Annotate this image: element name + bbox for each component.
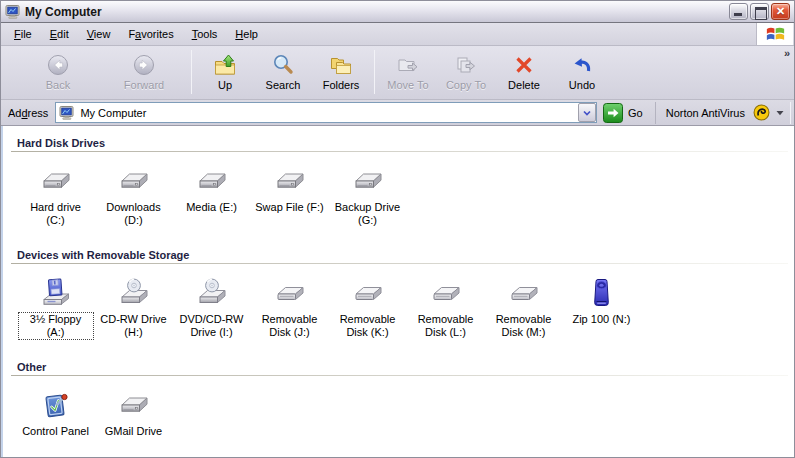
search-icon <box>271 53 295 77</box>
drive-item-downloads-d[interactable]: Downloads (D:) <box>95 165 172 228</box>
toolbar-separator <box>191 50 192 94</box>
drive-item-3-floppy-a[interactable]: 3½ Floppy (A:) <box>17 277 94 340</box>
windows-logo-box <box>756 23 793 45</box>
toolbar-button-up[interactable]: Up <box>196 49 254 95</box>
drive-item-gmail-drive[interactable]: GMail Drive <box>95 389 172 439</box>
norton-antivirus-control[interactable]: Norton AntiVirus <box>655 102 791 124</box>
toolbar: BackForwardUpSearchFoldersMove ToCopy To… <box>1 46 794 100</box>
drive-item-removable-disk-l[interactable]: Removable Disk (L:) <box>407 277 484 340</box>
drive-item-label: Downloads (D:) <box>96 200 172 228</box>
toolbar-button-label: Folders <box>323 79 360 91</box>
drive-item-label: Swap File (F:) <box>252 200 326 215</box>
cd-drive-icon <box>117 277 150 309</box>
undo-icon <box>570 53 594 77</box>
toolbar-button-label: Delete <box>508 79 540 91</box>
menu-item-tools[interactable]: Tools <box>183 24 227 44</box>
drive-item-backup-drive-g[interactable]: Backup Drive (G:) <box>329 165 406 228</box>
drive-item-label: Media (E:) <box>183 200 240 215</box>
folder-view: Hard Disk DrivesHard drive (C:)Downloads… <box>1 126 794 457</box>
toolbar-button-back: Back <box>15 49 101 95</box>
go-button[interactable]: Go <box>603 103 643 123</box>
close-button[interactable] <box>771 3 790 20</box>
norton-icon <box>753 104 770 121</box>
section-title: Other <box>17 361 790 373</box>
removable-disk-icon <box>507 277 540 309</box>
move-to-icon <box>396 53 420 77</box>
drive-item-zip-100-n[interactable]: Zip 100 (N:) <box>563 277 640 327</box>
minimize-button[interactable] <box>729 3 748 20</box>
forward-icon <box>132 53 156 77</box>
drive-item-label: Removable Disk (L:) <box>408 312 484 340</box>
my-computer-icon[interactable] <box>5 4 21 20</box>
up-folder-icon <box>213 53 237 77</box>
toolbar-buttons: BackForwardUpSearchFoldersMove ToCopy To… <box>15 49 611 95</box>
norton-label: Norton AntiVirus <box>666 107 745 119</box>
title-bar[interactable]: My Computer <box>1 1 794 23</box>
drive-item-label: CD-RW Drive (H:) <box>96 312 172 340</box>
items-row: 3½ Floppy (A:)CD-RW Drive (H:)DVD/CD-RW … <box>9 264 790 356</box>
toolbar-button-delete[interactable]: Delete <box>495 49 553 95</box>
back-icon <box>46 53 70 77</box>
toolbar-button-forward: Forward <box>101 49 187 95</box>
hard-drive-icon <box>39 165 72 197</box>
go-arrow-icon <box>603 103 623 123</box>
toolbar-button-folders[interactable]: Folders <box>312 49 370 95</box>
folders-icon <box>329 53 353 77</box>
toolbar-overflow-chevron[interactable]: » <box>784 47 790 59</box>
chevron-down-icon <box>580 107 594 119</box>
menu-item-help[interactable]: Help <box>226 24 267 44</box>
hard-drive-icon <box>351 165 384 197</box>
menu-item-file[interactable]: File <box>5 24 41 44</box>
maximize-button[interactable] <box>750 3 769 20</box>
drive-item-removable-disk-m[interactable]: Removable Disk (M:) <box>485 277 562 340</box>
drive-item-label: Removable Disk (M:) <box>486 312 562 340</box>
drive-item-media-e[interactable]: Media (E:) <box>173 165 250 215</box>
address-dropdown-button[interactable] <box>578 103 596 122</box>
menu-item-edit[interactable]: Edit <box>41 24 78 44</box>
control-panel-icon <box>39 389 72 421</box>
address-value[interactable]: My Computer <box>80 107 578 119</box>
delete-icon <box>512 53 536 77</box>
section-hard-disk-drives: Hard Disk DrivesHard drive (C:)Downloads… <box>9 137 790 244</box>
address-bar: Address My Computer Go Norton AntiVirus <box>1 100 794 126</box>
menu-item-view[interactable]: View <box>78 24 120 44</box>
section-devices-with-removable-storage: Devices with Removable Storage3½ Floppy … <box>9 249 790 356</box>
address-label: Address <box>8 107 48 119</box>
caret-down-icon[interactable] <box>775 109 785 117</box>
drive-item-label: GMail Drive <box>102 424 165 439</box>
floppy-drive-icon <box>39 277 72 309</box>
drive-item-label: Control Panel <box>19 424 92 439</box>
drive-item-swap-file-f[interactable]: Swap File (F:) <box>251 165 328 215</box>
toolbar-button-copy-to: Copy To <box>437 49 495 95</box>
drive-item-removable-disk-j[interactable]: Removable Disk (J:) <box>251 277 328 340</box>
menu-items: FileEditViewFavoritesToolsHelp <box>5 24 267 44</box>
hard-drive-icon <box>273 165 306 197</box>
toolbar-button-label: Search <box>266 79 301 91</box>
toolbar-button-label: Back <box>46 79 70 91</box>
drive-item-dvd-cd-rw-drive-i[interactable]: DVD/CD-RW Drive (I:) <box>173 277 250 340</box>
go-label: Go <box>628 107 643 119</box>
removable-disk-icon <box>429 277 462 309</box>
my-computer-window: My Computer FileEditViewFavoritesToolsHe… <box>0 0 795 458</box>
address-combo[interactable]: My Computer <box>55 102 597 123</box>
hard-drive-icon <box>195 165 228 197</box>
copy-to-icon <box>454 53 478 77</box>
toolbar-button-search[interactable]: Search <box>254 49 312 95</box>
windows-flag-icon <box>764 24 787 44</box>
toolbar-button-label: Up <box>218 79 232 91</box>
drive-item-removable-disk-k[interactable]: Removable Disk (K:) <box>329 277 406 340</box>
drive-item-label: Removable Disk (K:) <box>330 312 406 340</box>
toolbar-button-label: Move To <box>387 79 428 91</box>
hard-drive-icon <box>117 389 150 421</box>
drive-item-cd-rw-drive-h[interactable]: CD-RW Drive (H:) <box>95 277 172 340</box>
cd-drive-icon <box>195 277 228 309</box>
toolbar-separator <box>374 50 375 94</box>
drive-item-control-panel[interactable]: Control Panel <box>17 389 94 439</box>
toolbar-button-label: Undo <box>569 79 595 91</box>
drive-item-label: Removable Disk (J:) <box>252 312 328 340</box>
removable-disk-icon <box>351 277 384 309</box>
section-title: Hard Disk Drives <box>17 137 790 149</box>
toolbar-button-undo[interactable]: Undo <box>553 49 611 95</box>
menu-item-favorites[interactable]: Favorites <box>119 24 182 44</box>
drive-item-hard-drive-c[interactable]: Hard drive (C:) <box>17 165 94 228</box>
